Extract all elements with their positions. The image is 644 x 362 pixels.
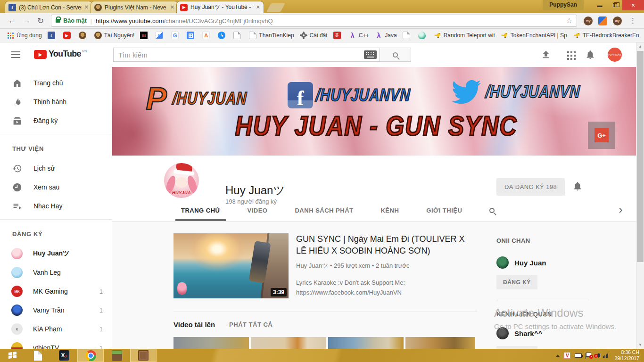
- refresh-icon[interactable]: ↻: [37, 16, 44, 26]
- sidebar-item-history[interactable]: Lịch sử: [0, 159, 112, 178]
- tab-videos[interactable]: VIDEO: [248, 199, 268, 221]
- tab-close-icon[interactable]: ✕: [256, 4, 260, 10]
- tab-about[interactable]: GIỚI THIỆU: [426, 199, 462, 221]
- video-title[interactable]: GUN SYNC | Ngày Mai Em Đi (TOULIVER X LÊ…: [296, 233, 477, 257]
- battery-icon[interactable]: [575, 354, 582, 358]
- forward-icon[interactable]: →: [23, 16, 31, 25]
- upload-icon[interactable]: [541, 49, 551, 60]
- omnibox[interactable]: Bảo mật | https://www.youtube.com /chann…: [51, 15, 577, 27]
- youtube-logo[interactable]: ▶ YouTube VN: [34, 49, 87, 59]
- bookmark-random-teleport[interactable]: Random Teleport wit: [431, 31, 498, 40]
- tab-channels[interactable]: KÊNH: [380, 199, 399, 221]
- search-input[interactable]: [114, 51, 364, 59]
- play-all-button[interactable]: PHÁT TẤT CẢ: [229, 321, 272, 328]
- subscription-vanh-leg[interactable]: Vanh Leg: [0, 263, 112, 282]
- channel-avatar[interactable]: HUYJUA: [164, 163, 199, 198]
- channel-search-icon[interactable]: [489, 199, 495, 221]
- tab-close-icon[interactable]: ✕: [170, 4, 174, 10]
- search-button[interactable]: [380, 48, 411, 62]
- minimize-button[interactable]: ▬: [592, 0, 607, 10]
- secure-label[interactable]: Bảo mật: [63, 17, 86, 24]
- bookmark-spigot[interactable]: [76, 31, 91, 40]
- taskbar-noteblock-active[interactable]: [130, 349, 157, 362]
- sidebar-item-playlist-nhac-hay[interactable]: Nhạc Hay: [0, 197, 112, 215]
- bookmark-page-2[interactable]: [400, 31, 415, 40]
- chrome-profile-chip[interactable]: PuppySan: [543, 0, 584, 10]
- bookmark-tokenenchant[interactable]: TokenEnchantAPI | Sp: [498, 31, 570, 40]
- bookmark-messenger[interactable]: ϟ: [215, 31, 231, 40]
- video-thumbnail[interactable]: [251, 337, 326, 349]
- browser-tab-youtube-active[interactable]: ▶ Huy Juanツ - YouTube - Y ✕: [176, 1, 264, 13]
- bookmark-youtube[interactable]: ▶: [60, 31, 76, 40]
- back-icon[interactable]: ←: [8, 16, 16, 25]
- youtube-apps-icon[interactable]: [567, 51, 569, 53]
- bookmark-apps[interactable]: Ứng dụng: [4, 31, 45, 40]
- bookmarks-overflow-icon[interactable]: »: [642, 32, 644, 39]
- bookmark-egg[interactable]: [415, 31, 431, 40]
- browser-tab-plugins[interactable]: Plugins Việt Nam - Neve ✕: [91, 1, 178, 13]
- bookmark-bs[interactable]: BS: [137, 31, 153, 40]
- hamburger-menu-icon[interactable]: [11, 51, 20, 58]
- subscribed-button[interactable]: ĐÃ ĐĂNG KÝ 198: [496, 178, 565, 196]
- bookmark-java[interactable]: λJava: [372, 31, 399, 40]
- extension-fox-icon[interactable]: [598, 16, 607, 25]
- tab-home[interactable]: TRANG CHỦ: [181, 199, 220, 221]
- channel-name[interactable]: Huy Juan: [514, 259, 546, 267]
- bookmark-ytsc[interactable]: YTSC: [330, 31, 346, 40]
- bookmark-tai-nguyen[interactable]: Tài Nguyên!: [91, 31, 138, 40]
- notifications-bell-icon[interactable]: [585, 49, 595, 60]
- sidebar-item-home[interactable]: Trang chủ: [0, 74, 112, 92]
- taskbar-chrome-active[interactable]: [77, 349, 104, 362]
- start-button[interactable]: [0, 349, 25, 362]
- keyboard-icon[interactable]: [364, 50, 377, 59]
- close-button[interactable]: ✕: [622, 0, 644, 10]
- sidebar-item-watch-later[interactable]: Xem sau: [0, 178, 112, 197]
- chevron-right-icon[interactable]: ›: [619, 203, 623, 216]
- subscription-vamy-tran[interactable]: Vamy Trần 1: [0, 301, 112, 320]
- taskbar-game[interactable]: X2: [51, 349, 77, 362]
- owner-channel-row[interactable]: Huy Juan: [496, 256, 615, 269]
- tab-playlists[interactable]: DANH SÁCH PHÁT: [295, 199, 353, 221]
- sidebar-item-subscriptions[interactable]: Đăng ký: [0, 111, 112, 130]
- scroll-down-icon[interactable]: ▼: [636, 343, 644, 347]
- related-channel-row[interactable]: Shark^^: [496, 327, 615, 339]
- subscription-kia-pham[interactable]: K KiA Phạm 1: [0, 320, 112, 338]
- subscription-huy-juan[interactable]: Huy Juanツ: [0, 244, 112, 263]
- bookmark-bedrockbreaker[interactable]: TE-BedrockBreakerEn: [570, 31, 642, 40]
- search-box[interactable]: [113, 48, 380, 62]
- video-thumbnail[interactable]: [328, 337, 404, 349]
- new-tab-button[interactable]: [266, 3, 285, 12]
- channel-bell-icon[interactable]: [572, 181, 583, 191]
- muted-speaker-icon[interactable]: ✕: [595, 353, 599, 358]
- extension-my-icon[interactable]: my: [584, 16, 593, 25]
- network-signal-icon[interactable]: [603, 354, 608, 358]
- taskbar-notepad[interactable]: [25, 349, 51, 362]
- bookmark-calculator[interactable]: [184, 31, 199, 40]
- sidebar-item-trending[interactable]: Thịnh hành: [0, 92, 112, 111]
- bookmark-translate[interactable]: G: [153, 31, 168, 40]
- tab-close-icon[interactable]: ✕: [84, 4, 89, 10]
- hidden-icons-arrow[interactable]: [556, 354, 560, 357]
- bookmark-google[interactable]: G: [168, 31, 184, 40]
- bookmark-facebook[interactable]: f: [45, 31, 60, 40]
- bookmark-star-icon[interactable]: ☆: [566, 16, 572, 25]
- account-avatar[interactable]: PuppySan: [608, 48, 622, 62]
- taskbar-clock[interactable]: 8:36 CH 29/12/2017: [612, 349, 639, 362]
- subscription-vthientv[interactable]: vthienTV 1: [0, 338, 112, 349]
- uploads-title[interactable]: Video tải lên: [173, 321, 215, 329]
- bookmark-settings[interactable]: Cài đặt: [297, 31, 330, 40]
- subscribe-button[interactable]: ĐĂNG KÝ: [496, 275, 537, 289]
- scrollbar-thumb[interactable]: [637, 51, 644, 262]
- bookmark-a[interactable]: A: [199, 31, 215, 40]
- tray-v-icon[interactable]: V: [564, 352, 570, 359]
- channel-name[interactable]: Shark^^: [514, 329, 542, 337]
- taskbar-minecraft[interactable]: [104, 349, 130, 362]
- action-center-flag-icon[interactable]: ✕: [586, 353, 591, 357]
- browser-tab-facebook[interactable]: f (3) Chú Lợn Con - Server ✕: [5, 1, 92, 13]
- featured-video[interactable]: 3:39 GUN SYNC | Ngày Mai Em Đi (TOULIVER…: [173, 233, 477, 298]
- scroll-up-icon[interactable]: ▲: [636, 44, 644, 49]
- bookmark-thantienkiep[interactable]: ThanTienKiep: [246, 31, 297, 40]
- video-thumbnail[interactable]: [405, 337, 475, 349]
- description-link[interactable]: https://www.facebook.com/HuyJuanVN: [296, 288, 477, 297]
- page-scrollbar[interactable]: ▲ ▼: [636, 42, 644, 349]
